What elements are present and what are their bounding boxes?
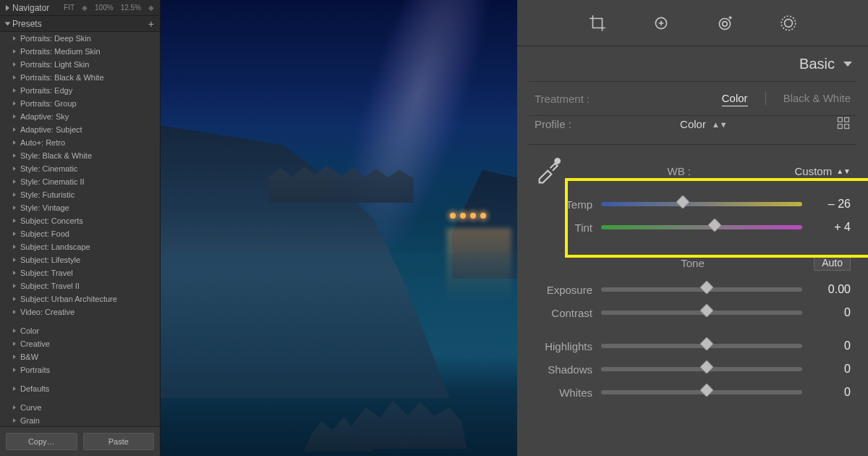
preset-label: Portraits: Light Skin xyxy=(20,59,89,69)
disclosure-triangle-icon[interactable] xyxy=(6,5,9,11)
healing-tool-icon[interactable] xyxy=(652,14,671,33)
disclosure-triangle-icon[interactable] xyxy=(5,22,11,25)
preset-item[interactable]: Portraits xyxy=(0,363,160,376)
preset-item[interactable]: Color xyxy=(0,324,160,337)
shadows-slider[interactable]: Shadows 0 xyxy=(535,358,851,381)
preset-label: Style: Futuristic xyxy=(20,190,75,200)
preset-label: Style: Vintage xyxy=(20,203,69,213)
tint-slider[interactable]: Tint + 4 xyxy=(535,216,851,239)
preset-item[interactable]: Curve xyxy=(0,401,160,414)
preset-item[interactable]: Adaptive: Subject xyxy=(0,123,160,136)
preset-item[interactable]: Auto+: Retro xyxy=(0,136,160,149)
presets-panel-header[interactable]: Presets + xyxy=(0,16,160,32)
preset-item[interactable]: Portraits: Black & White xyxy=(0,71,160,84)
disclosure-arrow-icon xyxy=(13,62,16,67)
image-canvas[interactable] xyxy=(161,0,517,456)
preset-item[interactable]: Adaptive: Sky xyxy=(0,110,160,123)
preset-label: Portraits xyxy=(20,365,50,375)
preset-label: Style: Cinematic xyxy=(20,164,77,174)
disclosure-arrow-icon xyxy=(13,232,16,236)
svg-rect-12 xyxy=(845,124,849,129)
disclosure-arrow-icon xyxy=(13,206,16,210)
collapse-triangle-icon[interactable] xyxy=(843,62,852,67)
wb-dropdown[interactable]: Custom ▲▼ xyxy=(795,165,851,177)
zoom-fit[interactable]: FIT xyxy=(64,4,75,12)
preset-item[interactable]: Video: Creative xyxy=(0,305,160,318)
preset-label: Portraits: Deep Skin xyxy=(20,33,91,43)
preset-item[interactable]: Subject: Travel xyxy=(0,266,160,279)
develop-panel: Basic Treatment : Color Black & White Pr… xyxy=(517,0,868,456)
svg-rect-10 xyxy=(845,118,849,122)
preset-label: Subject: Travel xyxy=(20,268,73,278)
profile-browser-icon[interactable] xyxy=(836,116,851,132)
preset-item[interactable]: Creative xyxy=(0,337,160,350)
profile-row: Profile : Color ▲▼ xyxy=(517,116,868,144)
auto-tone-button[interactable]: Auto xyxy=(814,255,851,271)
preset-item[interactable]: Portraits: Light Skin xyxy=(0,58,160,71)
treatment-color[interactable]: Color xyxy=(722,90,748,106)
preset-item[interactable]: Portraits: Deep Skin xyxy=(0,32,160,45)
crop-tool-icon[interactable] xyxy=(588,14,607,33)
preset-item[interactable]: Style: Vintage xyxy=(0,201,160,214)
preset-item[interactable]: Portraits: Medium Skin xyxy=(0,45,160,58)
paste-button[interactable]: Paste xyxy=(83,433,155,450)
preset-item[interactable]: Style: Futuristic xyxy=(0,188,160,201)
masking-tool-icon[interactable] xyxy=(779,14,798,33)
preset-label: Adaptive: Subject xyxy=(20,124,82,135)
panel-title: Basic xyxy=(799,56,835,72)
disclosure-arrow-icon xyxy=(13,387,16,391)
preset-item[interactable]: Defaults xyxy=(0,382,160,395)
preset-item[interactable]: Subject: Travel II xyxy=(0,279,160,292)
disclosure-arrow-icon xyxy=(13,342,16,346)
temp-slider[interactable]: Temp – 26 xyxy=(535,193,851,216)
basic-panel-header[interactable]: Basic xyxy=(517,46,868,81)
disclosure-arrow-icon xyxy=(13,329,16,333)
preset-item[interactable]: Portraits: Edgy xyxy=(0,84,160,97)
exposure-slider[interactable]: Exposure 0.00 xyxy=(535,278,851,301)
preset-item[interactable]: Subject: Urban Architecture xyxy=(0,292,160,305)
disclosure-arrow-icon xyxy=(13,101,16,106)
preset-item[interactable]: Style: Black & White xyxy=(0,149,160,162)
whites-slider[interactable]: Whites 0 xyxy=(535,381,851,404)
navigator-panel-header[interactable]: Navigator FIT ◆ 100% 12.5% ◆ xyxy=(0,0,160,16)
preset-item[interactable]: Subject: Lifestyle xyxy=(0,253,160,266)
preset-item[interactable]: Subject: Landscape xyxy=(0,240,160,253)
highlights-slider[interactable]: Highlights 0 xyxy=(535,334,851,358)
redeye-tool-icon[interactable] xyxy=(715,14,734,33)
preset-label: Adaptive: Sky xyxy=(20,111,69,122)
preset-label: Subject: Landscape xyxy=(20,242,90,252)
preset-item[interactable]: Style: Cinematic II xyxy=(0,175,160,188)
svg-point-13 xyxy=(555,159,560,164)
disclosure-arrow-icon xyxy=(13,271,16,275)
preset-item[interactable]: Grain xyxy=(0,414,160,426)
zoom-100[interactable]: 100% xyxy=(95,4,114,12)
preset-item[interactable]: B&W xyxy=(0,350,160,363)
disclosure-arrow-icon xyxy=(13,180,16,184)
disclosure-arrow-icon xyxy=(13,114,16,119)
preset-item[interactable]: Subject: Food xyxy=(0,227,160,240)
preset-label: Portraits: Medium Skin xyxy=(20,46,101,56)
preset-label: Subject: Food xyxy=(20,229,69,239)
preset-list: Portraits: Deep SkinPortraits: Medium Sk… xyxy=(0,32,160,426)
tone-heading: Tone xyxy=(640,257,746,269)
svg-point-3 xyxy=(719,18,730,29)
preset-item[interactable]: Portraits: Group xyxy=(0,97,160,110)
white-balance-eyedropper-icon[interactable] xyxy=(535,155,563,187)
preset-label: B&W xyxy=(20,352,38,362)
add-preset-icon[interactable]: + xyxy=(148,18,154,30)
preset-label: Defaults xyxy=(20,384,49,394)
disclosure-arrow-icon xyxy=(13,127,16,132)
svg-point-8 xyxy=(784,19,792,27)
preset-item[interactable]: Subject: Concerts xyxy=(0,214,160,227)
profile-label: Profile : xyxy=(535,118,571,130)
svg-point-7 xyxy=(781,16,796,30)
wb-label: WB : xyxy=(574,165,785,177)
treatment-bw[interactable]: Black & White xyxy=(783,90,851,106)
preset-item[interactable]: Style: Cinematic xyxy=(0,162,160,175)
profile-dropdown[interactable]: Color ▲▼ xyxy=(680,118,728,130)
preset-label: Portraits: Group xyxy=(20,98,77,109)
zoom-level[interactable]: 12.5% xyxy=(121,4,141,12)
copy-button[interactable]: Copy… xyxy=(6,433,77,450)
disclosure-arrow-icon xyxy=(13,140,16,145)
contrast-slider[interactable]: Contrast 0 xyxy=(535,301,851,324)
